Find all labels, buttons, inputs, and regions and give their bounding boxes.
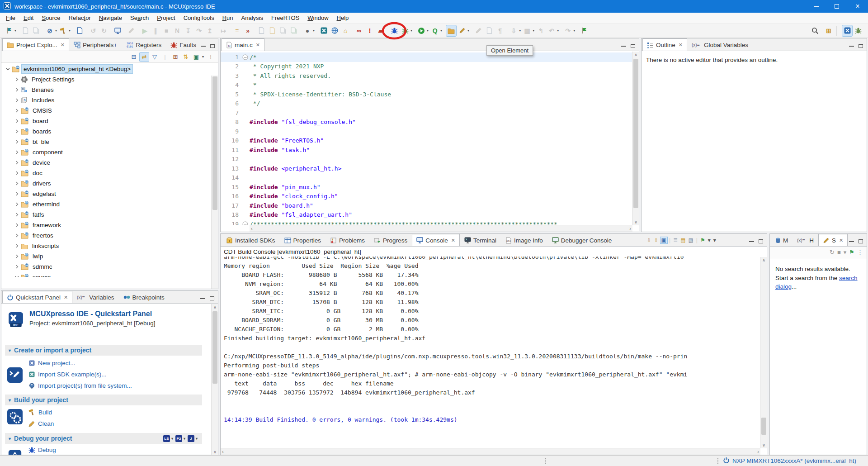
- expand-icon[interactable]: ▾: [844, 249, 847, 256]
- toolbar-perspective-debug-icon[interactable]: [853, 25, 863, 36]
- scroll-lock-down-icon[interactable]: ⇩: [646, 237, 652, 243]
- toolbar-pause-icon[interactable]: ∥: [151, 25, 160, 36]
- clear-console-icon[interactable]: ▧: [687, 237, 694, 243]
- show-on-output-icon[interactable]: ▣: [660, 237, 667, 243]
- view-menu-icon[interactable]: ⋮: [206, 52, 215, 62]
- tree-expander-icon[interactable]: [13, 244, 21, 248]
- quickstart-action-debug[interactable]: Debug: [28, 447, 56, 453]
- toolbar-new-wizard-icon-dropdown[interactable]: ▾: [14, 29, 16, 33]
- toolbar-globe-icon[interactable]: [330, 25, 340, 36]
- toolbar-alert-icon[interactable]: !: [365, 25, 375, 36]
- toolbar-run-circle-icon[interactable]: [416, 25, 426, 36]
- menu-freertos[interactable]: FreeRTOS: [267, 13, 303, 23]
- toolbar-down-dd-icon-dropdown[interactable]: ▾: [519, 29, 521, 33]
- toolbar-open-element-icon[interactable]: [389, 25, 399, 36]
- quickstart-tab-breakpoints[interactable]: Breakpoints: [119, 291, 169, 303]
- menu-configtools[interactable]: ConfigTools: [179, 13, 218, 23]
- open-console-icon[interactable]: ▾: [707, 237, 712, 243]
- menu-refactor[interactable]: Refactor: [65, 13, 95, 23]
- close-button[interactable]: ×: [847, 0, 868, 13]
- console-vscrollbar[interactable]: ∧ ∨: [760, 257, 767, 448]
- tab-close-icon[interactable]: ✕: [451, 238, 455, 243]
- toolbar-new-wizard-icon[interactable]: [4, 25, 14, 36]
- tree-item-boards[interactable]: Cboards: [13, 126, 53, 137]
- console-tab-console[interactable]: Console✕: [412, 234, 460, 246]
- tree-expander-icon[interactable]: [13, 98, 21, 102]
- tree-item-board[interactable]: Cboard: [13, 116, 50, 126]
- quickstart-tab-variables[interactable]: (x)=Variables: [72, 291, 118, 303]
- tab-close-icon[interactable]: ✕: [64, 295, 68, 300]
- maximize-button[interactable]: [826, 0, 847, 13]
- project-tree-scrollbar[interactable]: [211, 76, 218, 289]
- project-explorer-tab-peripherals-[interactable]: Peripherals+: [69, 38, 122, 51]
- minimize-view-icon[interactable]: [849, 45, 854, 47]
- console-tab-progress[interactable]: Progress: [369, 234, 412, 246]
- search-tab-h[interactable]: (x)=H: [793, 234, 818, 246]
- debug-probe-p2-icon[interactable]: P2: [175, 435, 182, 442]
- grid-icon[interactable]: ⊞: [171, 52, 180, 62]
- quickstart-section-build-your-project[interactable]: ▾Build your project: [5, 395, 202, 405]
- toolbar-open-view-icon[interactable]: ⊞: [824, 25, 834, 36]
- tree-expander-icon[interactable]: [13, 140, 21, 144]
- menu-run[interactable]: Run: [218, 13, 237, 23]
- config-x-icon-dropdown[interactable]: ▾: [202, 55, 204, 59]
- tree-item-linkscripts[interactable]: linkscripts: [13, 241, 61, 251]
- code-editor[interactable]: 1/*2 * Copyright 2021 NXP3 * All rights …: [221, 51, 639, 225]
- toolbar-console-view-icon[interactable]: [113, 25, 123, 36]
- toolbar-build-hammer-icon[interactable]: [58, 25, 68, 36]
- toolbar-build-all-icon[interactable]: [75, 25, 85, 36]
- tree-item-freertos[interactable]: Cfreertos: [13, 230, 55, 241]
- toolbar-undo-icon-dropdown[interactable]: ▾: [557, 29, 559, 33]
- minimize-button[interactable]: [806, 0, 826, 13]
- tree-expander-icon[interactable]: [13, 119, 21, 123]
- quickstart-scrollbar[interactable]: ∧ ∨: [211, 304, 218, 455]
- stop-icon[interactable]: ■: [837, 249, 841, 256]
- toolbar-save-all-icon[interactable]: [31, 25, 41, 36]
- tree-expander-icon[interactable]: [13, 275, 21, 277]
- tree-expander-icon[interactable]: [13, 88, 21, 92]
- word-wrap-icon[interactable]: ≣: [672, 237, 679, 243]
- view-menu-icon[interactable]: ⋮: [857, 249, 863, 256]
- debug-probe-j-icon[interactable]: J: [188, 435, 194, 442]
- tree-item-evkmimxrt1060-peripheral-ht-debug-[interactable]: Cevkmimxrt1060_peripheral_ht <Debug>: [4, 64, 132, 74]
- toolbar-trace-icon[interactable]: »: [243, 25, 253, 36]
- quickstart-section-create-or-import-a-project[interactable]: ▾Create or import a project: [5, 345, 202, 356]
- tree-expander-icon[interactable]: [13, 192, 21, 196]
- editor-hscrollbar[interactable]: ‹›: [250, 225, 632, 232]
- toolbar-profile-lines-icon[interactable]: ≡: [232, 25, 242, 36]
- quickstart-action-new-project-[interactable]: New project...: [28, 360, 75, 366]
- menu-navigate[interactable]: Navigate: [95, 13, 126, 23]
- debug-probe-j-dropdown[interactable]: ▾: [196, 437, 198, 441]
- tree-item-framework[interactable]: Cframework: [13, 220, 63, 230]
- toolbar-step-into-icon[interactable]: ↧: [183, 25, 193, 36]
- minimize-view-icon[interactable]: [621, 45, 626, 47]
- toolbar-down-dd-icon[interactable]: ⇩: [509, 25, 519, 36]
- tree-expander-icon[interactable]: [4, 67, 12, 71]
- section-collapse-icon[interactable]: ▾: [9, 348, 11, 353]
- toolbar-resume-icon[interactable]: ▶: [140, 25, 150, 36]
- tab-close-icon[interactable]: ✕: [839, 238, 843, 243]
- tree-item-bt-ble[interactable]: Cbt_ble: [13, 137, 51, 147]
- tree-item-component[interactable]: Ccomponent: [13, 147, 65, 157]
- menu-project[interactable]: Project: [153, 13, 179, 23]
- tree-item-source[interactable]: Csource: [13, 272, 53, 277]
- tree-item-fatfs[interactable]: Cfatfs: [13, 209, 46, 220]
- toolbar-quick-run-icon[interactable]: Q: [430, 25, 440, 36]
- editor-vscrollbar[interactable]: ∧ ∨: [632, 52, 639, 225]
- maximize-view-icon[interactable]: [859, 239, 863, 243]
- tree-expander-icon[interactable]: [13, 233, 21, 238]
- target-device-status[interactable]: NXP MIMXRT1062xxxxA* (evkmimx...eral_ht): [723, 457, 856, 465]
- console-tab-properties[interactable]: Properties: [280, 234, 326, 246]
- toolbar-gold-pen-icon[interactable]: [457, 25, 467, 36]
- tree-expander-icon[interactable]: [13, 171, 21, 175]
- tab-close-icon[interactable]: ✕: [679, 42, 683, 48]
- toolbar-grid-dd-icon[interactable]: ▦: [522, 25, 532, 36]
- minimize-view-icon[interactable]: [200, 298, 205, 299]
- toolbar-pencil-icon[interactable]: [126, 25, 136, 36]
- tree-item-includes[interactable]: hIncludes: [13, 95, 56, 105]
- quickstart-action-build[interactable]: Build: [28, 409, 52, 416]
- minimize-view-icon[interactable]: [749, 241, 754, 242]
- filter-icon[interactable]: ▽: [150, 52, 159, 62]
- toolbar-flag-pin-icon[interactable]: [579, 25, 589, 36]
- collapse-all-icon[interactable]: ⊟: [129, 52, 138, 62]
